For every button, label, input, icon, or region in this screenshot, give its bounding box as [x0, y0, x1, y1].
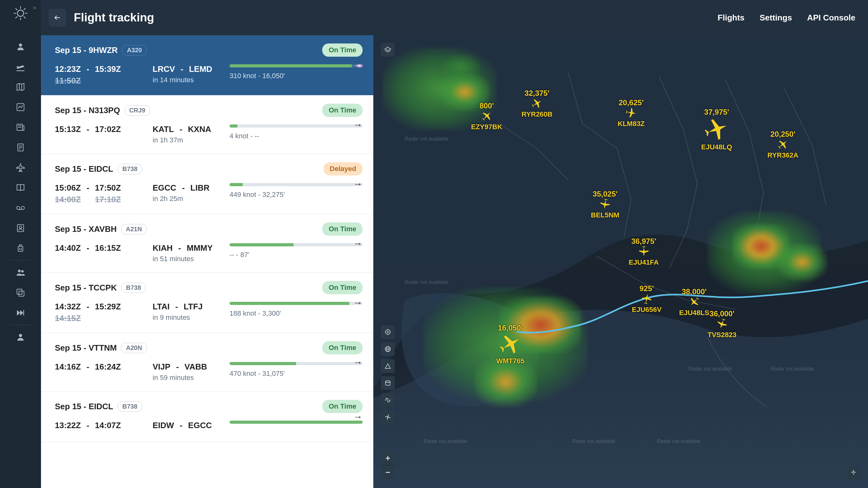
arr-time-original: 17:10Z — [95, 195, 121, 204]
clone-icon[interactable] — [15, 287, 26, 298]
page-title: Flight tracking — [74, 11, 154, 24]
progress-bar — [229, 421, 363, 424]
flight-card[interactable]: Sep 15 - EIDCL B738 On Time 13:22Z - 14:… — [41, 392, 373, 442]
flight-card[interactable]: Sep 15 - TCCPK B738 On Time 14:32Z14:15Z… — [41, 273, 373, 333]
dep-time: 14:32Z — [55, 302, 81, 312]
open-flight-icon[interactable]: → — [353, 120, 363, 130]
app-logo[interactable] — [13, 6, 28, 22]
progress-bar — [229, 302, 363, 305]
svg-point-45 — [385, 330, 390, 334]
flight-date-callsign: Sep 15 - VTTNM — [55, 343, 117, 353]
svg-point-35 — [19, 334, 22, 337]
cylinder-button[interactable] — [381, 376, 395, 390]
svg-line-5 — [16, 8, 17, 10]
globe-button[interactable] — [381, 342, 395, 356]
flight-card[interactable]: Sep 15 - N313PQ CRJ9 On Time 15:13Z - 17… — [41, 95, 373, 154]
nav-api-console[interactable]: API Console — [807, 13, 856, 23]
nav-flights[interactable]: Flights — [718, 13, 744, 23]
flight-date-callsign: Sep 15 - TCCPK — [55, 283, 117, 293]
svg-point-56 — [387, 417, 389, 418]
chart-icon[interactable] — [15, 101, 26, 113]
zoom-in-button[interactable]: + — [381, 451, 395, 465]
aircraft-type-badge: A21N — [121, 224, 147, 234]
user-icon[interactable] — [15, 41, 26, 52]
dest-airport: KXNA — [188, 124, 211, 134]
svg-point-22 — [17, 206, 20, 209]
eta-text: in 51 minutes — [153, 255, 222, 263]
svg-point-0 — [17, 10, 24, 17]
svg-point-30 — [18, 270, 21, 272]
open-flight-icon[interactable]: → — [353, 412, 363, 422]
back-button[interactable] — [49, 9, 66, 27]
dep-time-original: 11:50Z — [55, 76, 81, 86]
nav-settings[interactable]: Settings — [760, 13, 792, 23]
origin-airport: LTAI — [153, 302, 169, 312]
flight-status-badge: On Time — [322, 43, 363, 57]
book-icon[interactable] — [15, 182, 26, 193]
open-flight-icon[interactable]: → — [353, 60, 363, 71]
flight-date-callsign: Sep 15 - 9HWZR — [55, 45, 118, 55]
svg-point-23 — [22, 206, 25, 209]
departure-icon[interactable] — [15, 61, 26, 72]
layers-button[interactable] — [381, 43, 395, 57]
dep-time: 15:06Z — [55, 183, 81, 193]
voicemail-icon[interactable] — [15, 202, 26, 214]
radar-na-label: Radar not available — [657, 438, 701, 444]
open-flight-icon[interactable]: → — [353, 238, 363, 249]
eta-text: in 9 minutes — [153, 314, 222, 322]
origin-airport: LRCV — [153, 64, 175, 74]
eta-text: in 14 minutes — [153, 76, 222, 84]
aircraft-type-badge: B738 — [118, 401, 142, 412]
svg-rect-27 — [18, 247, 23, 251]
origin-airport: KATL — [153, 124, 174, 134]
flight-date-callsign: Sep 15 - EIDCL — [55, 164, 113, 174]
open-flight-icon[interactable]: → — [353, 357, 363, 368]
aircraft-type-badge: A320 — [122, 45, 147, 56]
pulse-button[interactable] — [381, 393, 395, 407]
flight-status-badge: Delayed — [323, 162, 363, 175]
eta-text: in 59 minutes — [153, 373, 222, 382]
flight-date-callsign: Sep 15 - N313PQ — [55, 105, 120, 115]
speed-altitude: 449 knot - 32,275' — [229, 191, 363, 199]
map-icon[interactable] — [15, 81, 26, 93]
flight-status-badge: On Time — [322, 341, 363, 354]
flight-card[interactable]: Sep 15 - VTTNM A20N On Time 14:16Z - 16:… — [41, 333, 373, 392]
svg-point-55 — [385, 381, 390, 383]
zoom-out-button[interactable]: − — [381, 465, 395, 479]
svg-point-26 — [19, 226, 22, 229]
fastforward-icon[interactable] — [15, 307, 26, 319]
svg-marker-44 — [385, 47, 391, 51]
svg-line-8 — [16, 17, 17, 18]
users-icon[interactable] — [15, 267, 26, 278]
open-flight-icon[interactable]: → — [353, 178, 363, 189]
flight-card[interactable]: Sep 15 - 9HWZR A320 On Time 12:23Z11:50Z… — [41, 35, 373, 95]
flight-card[interactable]: Sep 15 - EIDCL B738 Delayed 15:06Z14:00Z… — [41, 154, 373, 214]
dest-airport: LIBR — [190, 183, 210, 193]
profile-icon[interactable] — [15, 331, 26, 343]
news-icon[interactable] — [15, 122, 26, 133]
flight-list-panel: Sep 15 - 9HWZR A320 On Time 12:23Z11:50Z… — [41, 35, 373, 488]
open-flight-icon[interactable]: → — [353, 297, 363, 308]
arr-time: 14:07Z — [95, 421, 121, 430]
arr-time: 17:02Z — [95, 124, 121, 134]
airplane-icon[interactable] — [15, 162, 26, 173]
svg-point-57 — [852, 471, 855, 473]
flight-card[interactable]: Sep 15 - XAVBH A21N On Time 14:40Z - 16:… — [41, 214, 373, 273]
arr-time: 17:50Z — [95, 183, 121, 193]
dep-time: 13:22Z — [55, 421, 81, 430]
locate-button[interactable] — [381, 325, 395, 339]
triangle-button[interactable] — [381, 359, 395, 373]
speed-altitude: 470 knot - 31,075' — [229, 369, 363, 378]
luggage-icon[interactable] — [15, 242, 26, 254]
fullscreen-button[interactable] — [846, 465, 861, 479]
fan-button[interactable] — [381, 410, 395, 424]
arr-time: 16:24Z — [95, 362, 121, 372]
arr-time: 15:29Z — [95, 302, 121, 312]
progress-bar — [229, 243, 363, 247]
flight-date-callsign: Sep 15 - EIDCL — [55, 402, 113, 412]
map-view[interactable]: + − 800' EZY97BK 32,375' RYR260B 20,625'… — [373, 35, 868, 488]
document-icon[interactable] — [15, 142, 26, 153]
origin-airport: VIJP — [153, 362, 170, 372]
expand-sidebar-icon[interactable]: » — [33, 4, 34, 11]
contacts-icon[interactable] — [15, 222, 26, 234]
